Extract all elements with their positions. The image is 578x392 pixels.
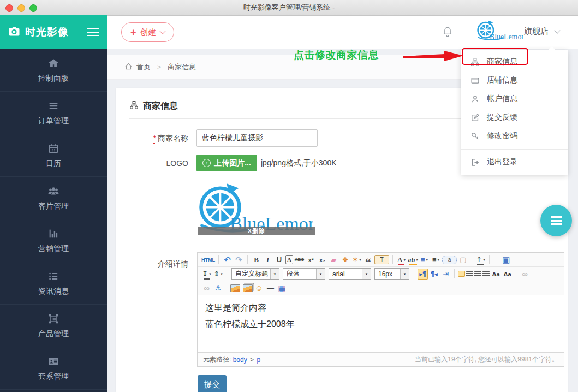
editor-indent-button[interactable]: ⇥ [440,269,451,280]
fullscreen-window-button[interactable] [29,4,37,12]
path-separator: > [248,356,256,364]
create-button[interactable]: + 创建 [121,22,174,42]
editor-superscript-button[interactable]: x² [306,254,316,265]
editor-horizontal-rule-button[interactable]: — [265,283,276,294]
sidebar-item-orders[interactable]: 订单管理 [0,92,107,134]
editor-align-right-button[interactable] [474,271,481,277]
create-button-label: 创建 [140,27,157,38]
merchant-name-input[interactable] [196,129,318,147]
editor-source-button[interactable]: HTML [201,254,215,265]
editor-ltr-paragraph-button[interactable]: ▸¶ [418,269,428,280]
editor-fontborder-button[interactable]: A [285,255,293,264]
editor-blockquote-button[interactable]: “ [363,252,373,268]
toolbar-separator [218,255,219,264]
sidebar-item-news[interactable]: 资讯消息 [0,262,107,305]
select-value: arial [332,270,345,278]
breadcrumb-home[interactable]: 首页 [124,62,151,72]
shop-icon [470,76,480,85]
editor-forecolor-button[interactable]: A▾ [396,254,407,265]
upload-hint: jpg/png格式,于小300K [261,158,337,168]
list-icon [47,99,59,112]
app-window: 时光影像客户管理/营销系统 - + 创建 旗舰店 [0,0,578,392]
notification-bell-icon[interactable] [442,25,454,40]
menu-item-shop-info[interactable]: 店铺信息 [461,71,568,90]
sidebar-nav: 控制面版订单管理日历客片管理营销管理资讯消息产品管理套系管理 [0,49,107,390]
editor-link-button[interactable]: ∞ [520,269,530,280]
editor-autotypeset-button[interactable]: ✶▾ [351,254,362,265]
element-path-link-p[interactable]: p [257,356,260,364]
editor-formatmatch-button[interactable]: ❖ [340,254,350,265]
card-icon [47,355,60,368]
editor-bold-button[interactable]: B [251,254,261,265]
minimize-window-button[interactable] [17,4,25,12]
sidebar-item-dashboard[interactable]: 控制面版 [0,49,107,92]
menu-item-change-password[interactable]: 修改密码 [461,127,568,145]
menu-item-account-info[interactable]: 帐户信息 [461,90,568,108]
sidebar-item-products[interactable]: 产品管理 [0,305,107,347]
sidebar-item-packages[interactable]: 套系管理 [0,347,107,390]
editor-subscript-button[interactable]: x₂ [317,254,327,265]
camera-icon [8,25,21,40]
editor-unlink-button[interactable]: ∞ [201,283,212,294]
editor-paragraph-spacing-button[interactable]: ↧▾ [201,269,212,280]
top-header: + 创建 旗舰店 [107,15,578,49]
editor-redo-button[interactable]: ↷ [234,254,244,265]
editor-preview-screen-button[interactable]: ▣ [501,254,511,265]
sidebar-item-client-photos[interactable]: 客片管理 [0,177,107,219]
editor-rtl-paragraph-button[interactable]: ¶◂ [429,269,439,280]
editor-eraser-button[interactable]: ▰ [329,254,339,265]
editor-insert-paragraph-before-button[interactable]: ↥▾ [475,254,486,265]
users-icon [47,185,60,198]
editor-strikethrough-button[interactable]: ABC [294,254,305,265]
editor-insert-table-button[interactable]: ▦ [277,283,287,294]
editor-new-page-button[interactable]: ▢ [458,254,468,265]
editor-italic-button[interactable]: I [263,254,273,265]
editor-align-center-button[interactable] [466,271,473,277]
editor-anchor-button[interactable]: ⚓ [213,283,223,294]
editor-pastetext-button[interactable]: T [374,255,389,264]
menu-item-merchant-info[interactable]: 商家信息 [461,52,568,71]
editor-unordered-list-button[interactable]: ≡▾ [431,254,441,265]
sidebar-item-calendar[interactable]: 日历 [0,134,107,177]
submit-button[interactable]: 提交 [198,375,227,392]
editor-undo-button[interactable]: ↶ [222,254,233,265]
editor-to-lowercase-button[interactable]: Aa [502,269,513,280]
element-path-link-body[interactable]: body [233,356,247,364]
editor-font-family-select[interactable]: arial▾ [329,268,371,280]
editor-autolink-button[interactable]: a [442,256,457,264]
sidebar-item-label: 资讯消息 [38,287,69,296]
editor-font-size-select[interactable]: 16px▾ [374,268,409,280]
editor-backcolor-button[interactable]: ab▾ [408,254,418,265]
sidebar-item-marketing[interactable]: 营销管理 [0,219,107,262]
editor-emotion-button[interactable]: ☺ [254,283,264,294]
editor-paragraph-select[interactable]: 段落▾ [283,268,325,280]
annotation-arrow [403,50,464,62]
editor-underline-button[interactable]: U [274,254,284,265]
floating-menu-button[interactable] [540,205,572,236]
editor-align-justify-button[interactable] [482,271,490,277]
editor-line-height-button[interactable]: ⇕▾ [213,269,223,280]
editor-content[interactable]: 这里是简介内容蓝色柠檬成立于2008年 [198,295,564,352]
sidebar-item-label: 营销管理 [38,244,69,254]
editor-align-left-button[interactable] [458,271,465,277]
toolbar-separator [454,269,455,278]
close-window-button[interactable] [5,4,13,12]
delete-logo-button[interactable]: X删除 [198,227,315,235]
menu-item-feedback[interactable]: 提交反馈 [461,108,568,127]
sidebar-toggle-icon[interactable] [87,28,99,36]
editor-ordered-list-button[interactable]: ≡▾ [419,254,430,265]
editor-to-uppercase-button[interactable]: Aa [491,269,501,280]
toolbar-separator [227,269,227,278]
upload-image-button[interactable]: ↑ 上传图片... [196,155,257,171]
app-name: 时光影像 [25,25,69,39]
editor-custom-style-select[interactable]: 自定义标题▾ [231,268,279,280]
logout-icon [470,158,480,167]
account-menu-trigger[interactable]: 旗舰店 [524,26,559,37]
merchant-name-label: *商家名称 [116,134,188,144]
editor-insert-multi-image-button[interactable] [243,284,253,292]
sidebar-item-label: 日历 [46,159,61,169]
menu-item-logout[interactable]: 退出登录 [461,153,568,171]
menu-item-label: 修改密码 [487,131,517,141]
editor-insert-image-button[interactable] [230,284,240,292]
breadcrumb-home-label: 首页 [136,62,151,72]
